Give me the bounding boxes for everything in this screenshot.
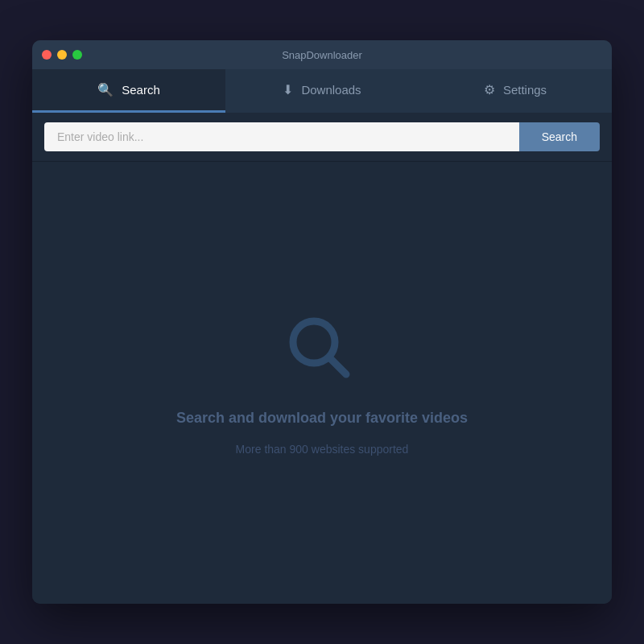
downloads-tab-label: Downloads [301,83,361,97]
search-bar: Search [32,113,612,162]
main-content: Search and download your favorite videos… [32,162,612,604]
close-button[interactable] [42,50,52,60]
tab-settings[interactable]: ⚙ Settings [419,69,612,113]
app-window: SnapDownloader 🔍 Search ⬇ Downloads ⚙ Se… [32,40,612,604]
tab-search[interactable]: 🔍 Search [32,69,225,113]
settings-tab-label: Settings [503,83,547,97]
window-title: SnapDownloader [282,49,362,61]
empty-search-icon [282,310,362,394]
search-tab-label: Search [122,83,160,97]
minimize-button[interactable] [57,50,67,60]
maximize-button[interactable] [72,50,82,60]
svg-line-1 [329,357,346,374]
settings-tab-icon: ⚙ [484,82,495,97]
search-button[interactable]: Search [519,122,600,151]
url-input[interactable] [44,122,519,151]
title-bar: SnapDownloader [32,40,612,69]
tab-downloads[interactable]: ⬇ Downloads [225,69,419,113]
traffic-lights [42,50,82,60]
search-tab-icon: 🔍 [97,82,114,97]
empty-state-subtitle: More than 900 websites supported [236,443,409,456]
empty-state-title: Search and download your favorite videos [176,410,468,427]
downloads-tab-icon: ⬇ [283,82,293,97]
nav-tabs: 🔍 Search ⬇ Downloads ⚙ Settings [32,69,612,113]
